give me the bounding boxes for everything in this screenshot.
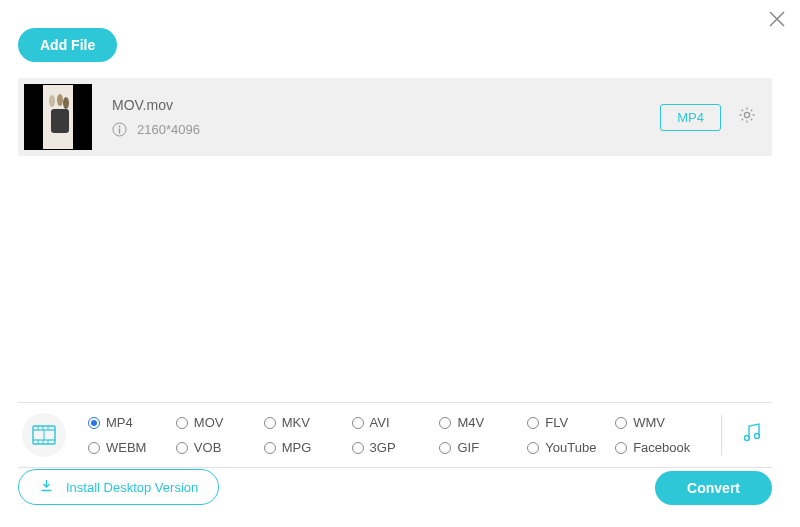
format-option-wmv[interactable]: WMV bbox=[615, 415, 703, 430]
format-label: MP4 bbox=[106, 415, 133, 430]
radio-icon bbox=[527, 417, 539, 429]
install-desktop-button[interactable]: Install Desktop Version bbox=[18, 469, 219, 505]
radio-icon bbox=[88, 442, 100, 454]
format-label: YouTube bbox=[545, 440, 596, 455]
format-option-m4v[interactable]: M4V bbox=[439, 415, 527, 430]
format-panel: MP4MOVMKVAVIM4VFLVWMVWEBMVOBMPG3GPGIFYou… bbox=[18, 402, 772, 468]
format-option-3gp[interactable]: 3GP bbox=[352, 440, 440, 455]
audio-tab-icon[interactable] bbox=[740, 420, 766, 450]
radio-icon bbox=[352, 417, 364, 429]
radio-icon bbox=[176, 417, 188, 429]
radio-icon bbox=[527, 442, 539, 454]
install-desktop-label: Install Desktop Version bbox=[66, 480, 198, 495]
format-label: Facebook bbox=[633, 440, 690, 455]
file-row: MOV.mov 2160*4096 MP4 bbox=[18, 78, 772, 156]
format-label: GIF bbox=[457, 440, 479, 455]
format-option-mov[interactable]: MOV bbox=[176, 415, 264, 430]
svg-point-1 bbox=[119, 126, 121, 128]
radio-icon bbox=[352, 442, 364, 454]
radio-icon bbox=[176, 442, 188, 454]
convert-button[interactable]: Convert bbox=[655, 471, 772, 505]
format-label: MKV bbox=[282, 415, 310, 430]
settings-icon[interactable] bbox=[737, 105, 757, 129]
format-label: FLV bbox=[545, 415, 568, 430]
radio-icon bbox=[615, 417, 627, 429]
format-label: WMV bbox=[633, 415, 665, 430]
format-option-youtube[interactable]: YouTube bbox=[527, 440, 615, 455]
radio-icon bbox=[88, 417, 100, 429]
radio-icon bbox=[615, 442, 627, 454]
svg-rect-2 bbox=[119, 129, 120, 134]
close-icon[interactable] bbox=[768, 10, 786, 32]
format-option-gif[interactable]: GIF bbox=[439, 440, 527, 455]
info-icon[interactable] bbox=[112, 122, 127, 137]
radio-icon bbox=[439, 442, 451, 454]
format-separator bbox=[721, 415, 722, 455]
format-option-mkv[interactable]: MKV bbox=[264, 415, 352, 430]
format-option-mp4[interactable]: MP4 bbox=[88, 415, 176, 430]
format-option-facebook[interactable]: Facebook bbox=[615, 440, 703, 455]
radio-icon bbox=[264, 417, 276, 429]
radio-icon bbox=[264, 442, 276, 454]
video-thumbnail bbox=[24, 84, 92, 150]
format-option-flv[interactable]: FLV bbox=[527, 415, 615, 430]
format-label: WEBM bbox=[106, 440, 146, 455]
file-name: MOV.mov bbox=[112, 97, 660, 113]
svg-point-3 bbox=[744, 112, 749, 117]
format-label: AVI bbox=[370, 415, 390, 430]
format-label: 3GP bbox=[370, 440, 396, 455]
format-option-vob[interactable]: VOB bbox=[176, 440, 264, 455]
format-label: MOV bbox=[194, 415, 224, 430]
download-icon bbox=[39, 478, 54, 496]
format-option-avi[interactable]: AVI bbox=[352, 415, 440, 430]
format-label: VOB bbox=[194, 440, 221, 455]
format-label: MPG bbox=[282, 440, 312, 455]
target-format-badge[interactable]: MP4 bbox=[660, 104, 721, 131]
format-label: M4V bbox=[457, 415, 484, 430]
radio-icon bbox=[439, 417, 451, 429]
add-file-button[interactable]: Add File bbox=[18, 28, 117, 62]
format-option-mpg[interactable]: MPG bbox=[264, 440, 352, 455]
video-tab-icon[interactable] bbox=[22, 413, 66, 457]
file-resolution: 2160*4096 bbox=[137, 122, 200, 137]
format-option-webm[interactable]: WEBM bbox=[88, 440, 176, 455]
